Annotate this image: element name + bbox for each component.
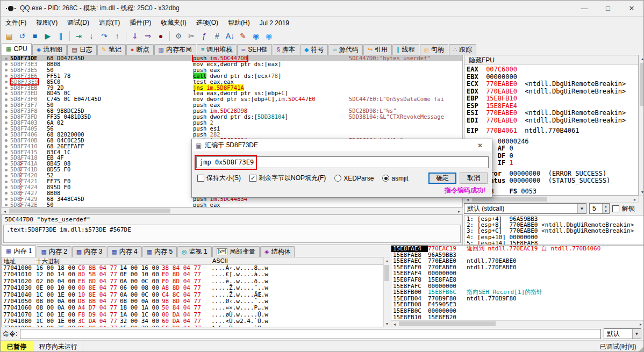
scroll-left-icon[interactable]: ◂ — [391, 321, 398, 327]
scroll-right-icon[interactable]: ▸ — [632, 196, 638, 203]
scroll-up-icon[interactable]: ▴ — [639, 55, 644, 62]
breakpoint-gutter[interactable] — [2, 190, 10, 196]
breakpoint-gutter[interactable] — [2, 155, 10, 161]
symbols-globe-icon[interactable]: ◉ — [250, 30, 262, 42]
flag-value[interactable]: 0 — [510, 145, 513, 152]
arg-count-stepper[interactable]: 5 ▲▼ — [589, 203, 610, 214]
command-history-select[interactable]: 默认 ▼ — [604, 328, 641, 339]
dialog-title-bar[interactable]: ▣ 汇编于 5D8F73DE ✕ — [192, 139, 492, 152]
scroll-thumb[interactable] — [640, 63, 643, 106]
resize-grip-icon[interactable]: ◢ — [639, 345, 643, 352]
scroll-thumb[interactable] — [399, 321, 496, 326]
main-tab[interactable]: ∴跟踪 — [449, 44, 476, 55]
main-tab[interactable]: ●断点 — [126, 44, 154, 55]
menu-item[interactable]: 追踪(T) — [94, 17, 125, 29]
breakpoint-gutter[interactable] — [2, 120, 10, 126]
memdump-row[interactable]: 7704106008 00 0A 00A4 D7 04 7718 00 1A 0… — [2, 305, 383, 311]
dialog-checkbox-option[interactable]: ✓剩余字节以NOP填充(F) — [249, 174, 326, 183]
argument-row[interactable]: 5: [esp+14] 15E8FAE8 — [467, 240, 642, 245]
register-row[interactable]: EBP 15E8FB10 — [467, 95, 636, 103]
pause-icon[interactable]: ∥ — [55, 30, 67, 42]
menu-item[interactable]: 帮助(H) — [223, 17, 255, 29]
bottom-tab[interactable]: ▦内存 4 — [107, 246, 141, 257]
breakpoint-gutter[interactable] — [2, 96, 10, 102]
breakpoint-gutter[interactable] — [2, 102, 10, 108]
breakpoint-dot-icon[interactable] — [5, 75, 8, 77]
scissors-icon[interactable]: ✂ — [185, 30, 197, 42]
disasm-row[interactable]: 5D8F73E38B08mov ecx,dword ptr ds:[eax] — [2, 61, 462, 67]
register-value[interactable]: 15E8FAE4 — [486, 102, 517, 110]
memdump-row[interactable]: 770410300E 00 10 0000 8E 04 7706 00 08 0… — [2, 285, 383, 291]
menu-item[interactable]: 调试(D) — [62, 17, 94, 29]
patches-icon[interactable]: # — [211, 30, 223, 42]
breakpoint-dot-icon[interactable] — [5, 63, 8, 66]
breakpoint-dot-icon[interactable] — [5, 145, 8, 148]
breakpoint-gutter[interactable] — [2, 67, 10, 73]
register-value[interactable]: 770EABE0 — [486, 117, 517, 124]
step-out-icon[interactable]: ↑ — [111, 30, 123, 42]
dialog-radio-option[interactable]: XEDParse — [334, 175, 374, 182]
dialog-close-icon[interactable]: ✕ — [472, 142, 488, 149]
dump-bytes[interactable]: 1C 00 1E 00 — [36, 318, 78, 325]
breakpoint-gutter[interactable] — [2, 138, 10, 143]
stack-row[interactable]: 15E8FB0C00000000 — [391, 308, 644, 314]
breakpoint-gutter[interactable] — [2, 184, 10, 190]
disasm-row[interactable]: 5D8F73FDFF35 0481D35Dpush dword ptr ds:[… — [2, 114, 462, 120]
breakpoint-dot-icon[interactable] — [5, 163, 8, 166]
disasm-hscrollbar[interactable]: ◂ ▸ — [1, 207, 463, 214]
main-tab[interactable]: ∥线程 — [392, 44, 419, 55]
notes-pencil-icon[interactable]: ✎ — [237, 30, 249, 42]
breakpoint-dot-icon[interactable] — [5, 181, 8, 183]
flag-value[interactable]: 0 — [510, 152, 513, 160]
dump-bytes[interactable]: A8 8D 04 77 — [162, 285, 204, 291]
main-tab[interactable]: ∞SEH链 — [237, 44, 272, 55]
breakpoint-gutter[interactable] — [2, 173, 10, 178]
scroll-thumb[interactable] — [9, 209, 170, 213]
stack-view[interactable]: 15E8FAE4770EAC19返回到 ntdll.770EAC19 自 ntd… — [391, 245, 644, 320]
register-value[interactable]: 00000000 — [509, 170, 540, 177]
disasm-row[interactable]: 5D8F73F0C745 0C E047C45Dmov dword ptr ss… — [2, 96, 462, 102]
breakpoint-gutter[interactable] — [2, 85, 10, 91]
menu-item[interactable]: 视图(V) — [31, 17, 62, 29]
scroll-thumb[interactable] — [384, 265, 389, 281]
command-input[interactable] — [20, 329, 601, 339]
breakpoint-dot-icon[interactable] — [5, 92, 8, 95]
dialog-radio-option[interactable]: asmjit — [382, 175, 408, 182]
register-value[interactable]: 00000000 — [509, 177, 540, 184]
main-tab[interactable]: ◆符号 — [300, 44, 328, 55]
breakpoint-gutter[interactable] — [2, 196, 10, 202]
breakpoint-dot-icon[interactable] — [5, 110, 8, 113]
breakpoint-gutter[interactable] — [2, 202, 10, 207]
maximize-button[interactable]: □ — [596, 1, 620, 16]
settings-gear-icon[interactable]: ⚙ — [173, 30, 184, 42]
memory-dump-view[interactable]: 地址 十六进制 ASCII 7704100016 00 18 00C0 8B 0… — [1, 257, 383, 327]
dump-bytes[interactable]: 12 00 14 00 — [36, 271, 78, 278]
stack-row[interactable]: 15E8FB1015E8FB20 — [391, 314, 644, 320]
breakpoint-gutter[interactable] — [2, 178, 10, 184]
register-value[interactable]: 770EABE0 — [486, 109, 517, 117]
main-tab[interactable]: ◈流程图 — [32, 44, 67, 55]
radio-icon[interactable] — [334, 175, 341, 182]
main-tab[interactable]: ◎句柄 — [420, 44, 449, 55]
disasm-row[interactable]: 5D8F74036A 02push 2 — [2, 120, 462, 126]
main-tab[interactable]: ▥内存布局 — [154, 44, 196, 55]
stack-value[interactable]: 15E8FB20 — [428, 314, 467, 320]
breakpoint-dot-icon[interactable] — [5, 116, 8, 119]
disasm-row[interactable]: 5D8F742E50push eax — [2, 202, 462, 207]
dump-bytes[interactable]: 50 84 04 77 — [162, 305, 204, 311]
register-value[interactable]: 770B4061 — [486, 127, 517, 134]
stack-value[interactable]: 15E8FAE8 — [428, 277, 467, 283]
breakpoint-dot-icon[interactable] — [5, 175, 8, 177]
dump-bytes[interactable]: E0 8D 04 77 — [162, 271, 204, 278]
register-value[interactable]: 00000000 — [486, 73, 517, 81]
assemble-instruction-input[interactable] — [196, 156, 489, 168]
step-into-icon[interactable]: ↓ — [85, 30, 97, 42]
dump-bytes[interactable]: 60 DA 04 77 — [162, 318, 204, 325]
bottom-tab[interactable]: ▦内存 2 — [37, 246, 71, 257]
dump-vscrollbar[interactable]: ▴ ▾ — [383, 257, 390, 327]
dump-bytes[interactable]: 06 00 08 00 — [120, 285, 162, 291]
main-tab[interactable]: ↪引用 — [363, 44, 392, 55]
scroll-left-icon[interactable]: ◂ — [2, 208, 8, 214]
dump-bytes[interactable]: 18 00 1A 00 — [120, 305, 162, 311]
spin-up-icon[interactable]: ▲ — [603, 204, 609, 209]
